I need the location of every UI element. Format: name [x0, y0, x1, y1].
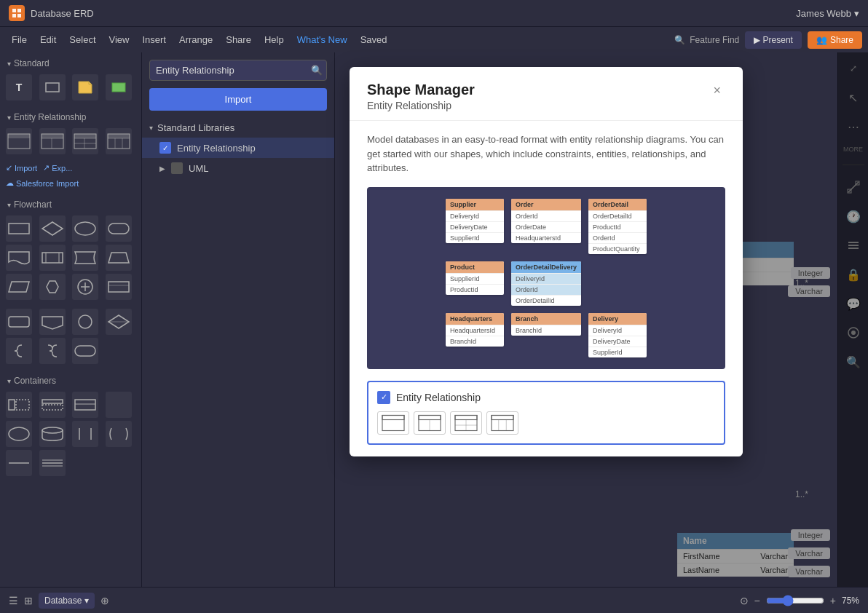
er-actions: ↙ Import ↗ Exp... ☁ Salesforce Import [0, 160, 141, 194]
fc-rounded[interactable] [106, 215, 132, 242]
svg-rect-47 [42, 405, 63, 410]
shape-er4[interactable] [106, 128, 132, 154]
cont-8[interactable] [106, 421, 132, 447]
sidebar-section-standard[interactable]: ▾ Standard [0, 52, 141, 71]
menu-help[interactable]: Help [259, 31, 290, 48]
erd-row: OrderDate [511, 221, 581, 232]
fc-doc[interactable] [6, 245, 32, 271]
cont-9[interactable] [6, 450, 32, 476]
menu-insert[interactable]: Insert [136, 31, 172, 48]
svg-marker-30 [108, 253, 129, 263]
shape-text[interactable]: T [6, 74, 32, 100]
svg-rect-45 [16, 400, 29, 410]
standard-shapes: T [0, 71, 141, 106]
shape-note[interactable] [72, 74, 98, 100]
erd-table-headquarters: Headquarters HeadquartersId BranchId [446, 313, 504, 347]
menu-file[interactable]: File [6, 31, 33, 48]
database-dropdown[interactable]: Database ▾ [39, 593, 95, 609]
erd-row: DeliveryId [446, 210, 504, 221]
zoom-out-button[interactable]: − [754, 595, 760, 606]
flowchart-shapes [0, 213, 141, 306]
shape-er2[interactable] [39, 128, 66, 154]
fc-diamond[interactable] [39, 215, 66, 242]
shape-er1[interactable] [6, 128, 32, 154]
fc-more[interactable] [106, 274, 132, 300]
share-button[interactable]: 👥 Share [808, 31, 862, 49]
svg-point-25 [75, 222, 95, 235]
export-btn[interactable]: ↗ Exp... [43, 163, 72, 173]
import-button[interactable]: Import [149, 88, 327, 111]
fc-xdata[interactable] [106, 309, 132, 335]
svg-rect-77 [492, 415, 513, 430]
library-entity-relationship[interactable]: ✓ Entity Relationship [142, 138, 334, 158]
erd-table-branch-header: Branch [511, 313, 581, 325]
sidebar-section-er[interactable]: ▾ Entity Relationship [0, 106, 141, 125]
svg-rect-10 [42, 134, 63, 138]
menu-edit[interactable]: Edit [34, 31, 62, 48]
erd-row: BranchId [446, 336, 504, 347]
salesforce-btn[interactable]: ☁ Salesforce Import [6, 178, 79, 188]
target-icon[interactable]: ⊙ [740, 595, 749, 606]
menu-view[interactable]: View [103, 31, 135, 48]
entity-checkbox[interactable]: ✓ [377, 391, 390, 404]
grid-view-icon[interactable]: ⊞ [24, 595, 33, 606]
titlebar: Database ERD James Webb ▾ [0, 0, 868, 26]
cont-1[interactable] [6, 392, 32, 418]
fc-pent[interactable] [39, 309, 66, 335]
fc-wave[interactable] [72, 245, 98, 271]
svg-rect-66 [382, 415, 404, 430]
svg-rect-8 [8, 134, 30, 138]
svg-rect-23 [9, 224, 29, 234]
close-button[interactable]: × [709, 82, 725, 100]
cont-3[interactable] [72, 392, 98, 418]
library-uml[interactable]: ▶ UML [142, 158, 334, 178]
shape-er3[interactable] [72, 128, 98, 154]
fc-pill[interactable] [72, 338, 98, 364]
zoom-in-button[interactable]: + [830, 595, 836, 606]
add-page-icon[interactable]: ⊕ [100, 595, 109, 606]
feature-find[interactable]: 🔍 Feature Find [674, 35, 739, 45]
present-button[interactable]: ▶ Present [745, 31, 802, 49]
menu-arrange[interactable]: Arrange [173, 31, 218, 48]
erd-table-order-header: Order [511, 199, 581, 210]
overlay: Entity Relationship 🔍 Import ▾ Standard … [142, 52, 868, 587]
sidebar-section-containers[interactable]: ▾ Containers [0, 370, 141, 389]
zoom-slider[interactable] [766, 595, 824, 606]
fc-rect[interactable] [6, 215, 32, 242]
fc-oval[interactable] [72, 215, 98, 242]
import-btn[interactable]: ↙ Import [6, 163, 37, 173]
fc-trap[interactable] [106, 245, 132, 271]
menu-saved[interactable]: Saved [355, 31, 393, 48]
fc-brace-open[interactable] [6, 338, 32, 364]
list-view-icon[interactable]: ☰ [9, 595, 18, 606]
fc-process[interactable] [39, 245, 66, 271]
search-input[interactable]: Entity Relationship [149, 60, 327, 81]
cont-5[interactable] [6, 421, 32, 447]
fc-circle[interactable] [72, 309, 98, 335]
menu-share[interactable]: Share [220, 31, 257, 48]
shape-green-rect[interactable] [106, 74, 132, 100]
search-icon[interactable]: 🔍 [311, 65, 323, 76]
erd-table-supplier-header: Supplier [446, 199, 504, 210]
fc-para[interactable] [6, 274, 32, 300]
search-input-wrap: Entity Relationship 🔍 [149, 60, 327, 81]
svg-rect-4 [46, 83, 59, 92]
cont-4[interactable] [106, 392, 132, 418]
shape-rect[interactable] [39, 74, 66, 100]
svg-rect-2 [12, 14, 16, 17]
cont-10[interactable] [39, 450, 66, 476]
sidebar-section-flowchart[interactable]: ▾ Flowchart [0, 194, 141, 213]
fc-corner[interactable] [6, 309, 32, 335]
svg-rect-38 [9, 317, 29, 327]
fc-hex[interactable] [39, 274, 66, 300]
user-menu[interactable]: James Webb ▾ [796, 8, 859, 19]
menu-select[interactable]: Select [63, 31, 101, 48]
svg-marker-39 [42, 317, 63, 329]
cont-7[interactable] [72, 421, 98, 447]
menu-whats-new[interactable]: What's New [291, 31, 353, 48]
fc-plus[interactable] [72, 274, 98, 300]
cont-6[interactable] [39, 421, 66, 447]
fc-brace-both[interactable] [39, 338, 66, 364]
cont-2[interactable] [39, 392, 66, 418]
svg-rect-0 [12, 9, 16, 12]
